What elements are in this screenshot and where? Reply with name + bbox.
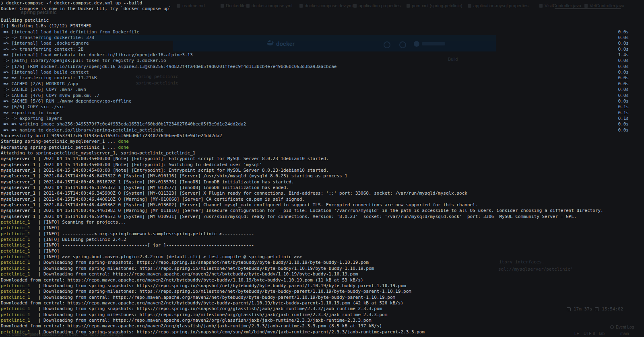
terminal-line: => => writing image sha256:9495379f7c0c4… (0, 121, 644, 127)
terminal-text: | [INFO] ------------< org.springframewo… (38, 231, 254, 236)
terminal-line: => => transferring dockerfile: 37B0.0s (0, 35, 644, 41)
screen: readme.mdDockerfiledocker-compose.ymldoc… (0, 0, 644, 337)
terminal-text: => CACHED [3/6] COPY .mvn/ .mvn (1, 87, 86, 92)
terminal-line: => [auth] library/openjdk:pull token for… (0, 58, 644, 64)
terminal-text: mysqlserver_1 (1, 179, 38, 185)
terminal-text: => => naming to docker.io/library/spring… (1, 127, 163, 133)
terminal-text: mysqlserver_1 (1, 197, 38, 202)
terminal-text: | [INFO] Building petclinic 2.4.2 (38, 237, 126, 242)
terminal-line: [+] Building 1.8s (12/12) FINISHED (0, 23, 644, 29)
build-step-duration: 0.0s (618, 64, 629, 70)
terminal-text: => => transferring dockerfile: 37B (1, 35, 94, 40)
build-step-duration: 0.0s (618, 93, 629, 99)
build-step-duration: 0.0s (618, 121, 629, 127)
terminal-text: | 2021-04-15 14:00:45+00:00 [Note] [Entr… (38, 162, 262, 167)
terminal-text: | Downloading from spring-milestones: ht… (38, 266, 374, 271)
terminal-text: => exporting to image (1, 110, 60, 115)
terminal-text: => => exporting layers (1, 116, 62, 121)
terminal-text: petclinic_1 (1, 289, 38, 294)
terminal-text: Downloaded from central: https://repo.ma… (1, 277, 363, 283)
terminal-line: Starting spring-petclinic_mysqlserver_1 … (0, 139, 644, 144)
terminal-text: | [INFO] -------------------------------… (38, 242, 254, 248)
terminal-line: mysqlserver_1 | 2021-04-15 14:00:45+00:0… (0, 156, 644, 162)
terminal-text: mysqlserver_1 (1, 185, 38, 190)
terminal-text: => [1/6] FROM docker.io/library/openjdk:… (1, 64, 336, 69)
terminal-text: | 2021-04-15T14:00:46.440610Z 0 [Warning… (38, 197, 305, 202)
terminal-text: petclinic_1 (1, 266, 38, 271)
terminal-line: petclinic_1 | [INFO] ------------< org.s… (0, 231, 644, 237)
terminal-text: => CACHED [2/6] WORKDIR /app (1, 81, 78, 86)
terminal-text: ❯ (1, 0, 4, 6)
terminal-text: | 2021-04-15T14:00:46.119537Z 1 [System]… (38, 185, 289, 190)
terminal-line: petclinic_1 | [INFO] (0, 225, 644, 231)
build-step-duration: 1.4s (618, 52, 629, 58)
terminal-text: [+] Building 1.8s (12/12) FINISHED (1, 23, 91, 29)
terminal-text: petclinic_1 (1, 271, 38, 277)
terminal-line: mysqlserver_1 | 2021-04-15T14:00:45.8473… (0, 173, 644, 179)
terminal-text: => [internal] load build definition from… (1, 29, 139, 35)
terminal-line: Building petclinic (0, 18, 644, 23)
terminal-text: | Downloading from central: https://repo… (38, 271, 358, 277)
terminal-line: => exporting to image0.1s (0, 110, 644, 116)
terminal-text: | 2021-04-15T14:00:46.440986Z 0 [System]… (38, 202, 478, 208)
terminal-line: => => transferring context: 11.21kB0.0s (0, 75, 644, 81)
terminal-line: => CACHED [3/6] COPY .mvn/ .mvn0.0s (0, 87, 644, 92)
terminal-line: petclinic_1 | Downloading from central: … (0, 318, 644, 323)
terminal-text: docker-compose -f docker-compose.dev.yml… (4, 0, 142, 6)
terminal-text: mysqlserver_1 (1, 168, 38, 173)
terminal-line: Docker Compose is now in the Docker CLI,… (0, 6, 644, 12)
terminal-line: petclinic_1 | Downloading from spring-mi… (0, 266, 644, 271)
terminal-line: Downloaded from central: https://repo.ma… (0, 323, 644, 329)
terminal-line: => [internal] load build definition from… (0, 29, 644, 35)
terminal-text: | Downloading from spring-milestones: ht… (38, 312, 388, 317)
terminal-text: petclinic_1 (1, 237, 38, 242)
terminal-text: => [internal] load .dockerignore (1, 41, 89, 46)
terminal-line: petclinic_1 | Downloading from spring-sn… (0, 306, 644, 312)
terminal-text: done (118, 139, 129, 144)
terminal-line: mysqlserver_1 | 2021-04-15T14:00:46.4409… (0, 202, 644, 208)
terminal-text: | 2021-04-15T14:00:46.446198Z 0 [Warning… (38, 208, 603, 213)
terminal-text: | 2021-04-15 14:00:45+00:00 [Note] [Entr… (38, 156, 329, 161)
terminal-line: petclinic_1 | Downloading from central: … (0, 295, 644, 300)
terminal-line (0, 12, 644, 18)
terminal-line: petclinic_1 | [INFO] Building petclinic … (0, 237, 644, 242)
terminal-line: mysqlserver_1 | 2021-04-15T14:00:46.1195… (0, 185, 644, 191)
terminal-text: Docker Compose is now in the Docker CLI,… (1, 6, 171, 11)
build-step-duration: 0.0s (618, 75, 629, 81)
terminal-line: mysqlserver_1 | 2021-04-15 14:00:45+00:0… (0, 168, 644, 173)
terminal-line: => [6/6] COPY src ./src0.1s (0, 104, 644, 110)
terminal-text: => CACHED [5/6] RUN ./mvnw dependency:go… (1, 99, 132, 104)
terminal-text: | Downloading from central: https://repo… (38, 295, 395, 300)
terminal-line: => CACHED [4/6] COPY mvnw pom.xml ./0.0s (0, 93, 644, 99)
terminal-text: | [INFO] >>> spring-boot-maven-plugin:2.… (38, 254, 302, 259)
build-step-duration: 0.0s (618, 58, 629, 64)
terminal-line: petclinic_1 | [INFO] -------------------… (0, 242, 644, 248)
terminal-line: Attaching to spring-petclinic_mysqlserve… (0, 150, 644, 156)
terminal-line: petclinic_1 | Downloading from spring-mi… (0, 312, 644, 318)
terminal-text: Starting spring-petclinic_mysqlserver_1 … (1, 139, 118, 144)
terminal-line: petclinic_1 | Downloading from central: … (0, 271, 644, 277)
terminal-line: => [internal] load metadata for docker.i… (0, 52, 644, 58)
terminal-text: | 2021-04-15T14:00:46.345900Z 0 [System]… (38, 191, 467, 196)
terminal-line: Downloaded from central: https://repo.ma… (0, 300, 644, 306)
terminal-text: mysqlserver_1 (1, 208, 38, 213)
terminal-line: mysqlserver_1 | 2021-04-15T14:00:46.3459… (0, 191, 644, 196)
terminal-line: => => transferring context: 2B0.0s (0, 47, 644, 52)
terminal-text: => => writing image sha256:9495379f7c0c4… (1, 121, 246, 127)
terminal-text: | Downloading from central: https://repo… (38, 318, 372, 323)
terminal-line: Recreating spring-petclinic_petclinic_1 … (0, 145, 644, 150)
build-step-duration: 0.0s (618, 87, 629, 92)
terminal-line: => [1/6] FROM docker.io/library/openjdk:… (0, 64, 644, 70)
terminal-line: => [internal] load .dockerignore0.0s (0, 41, 644, 46)
terminal-text: petclinic_1 (1, 231, 38, 236)
terminal-line: => CACHED [2/6] WORKDIR /app0.0s (0, 81, 644, 87)
terminal-line: mysqlserver_1 | 2021-04-15 14:00:45+00:0… (0, 162, 644, 168)
terminal-line: petclinic_1 | Downloading from spring-sn… (0, 329, 644, 335)
terminal-text: | 2021-04-15T14:00:46.504957Z 0 [System]… (38, 214, 577, 219)
terminal[interactable]: ❯ docker-compose -f docker-compose.dev.y… (0, 0, 644, 337)
terminal-text: petclinic_1 (1, 312, 38, 317)
terminal-text: mysqlserver_1 (1, 202, 38, 208)
terminal-line: => => naming to docker.io/library/spring… (0, 127, 644, 133)
terminal-line: petclinic_1 | [INFO] (0, 249, 644, 254)
terminal-text: Recreating spring-petclinic_petclinic_1 … (1, 145, 118, 150)
